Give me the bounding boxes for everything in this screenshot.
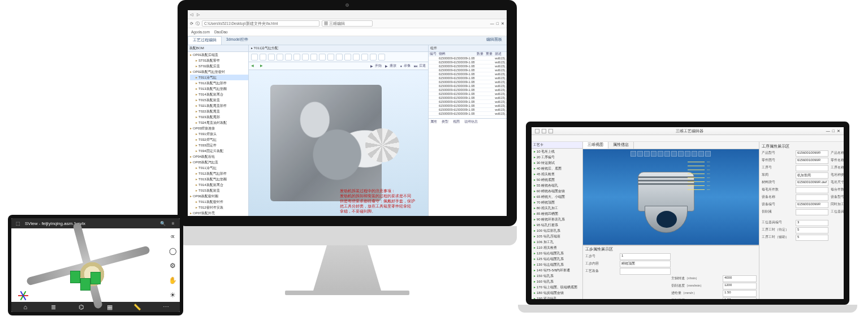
- tool-icon[interactable]: [361, 54, 368, 60]
- tree-item[interactable]: OP01装配后端盖: [190, 52, 248, 58]
- bom-col[interactable]: 物料: [438, 52, 476, 57]
- 3d-viewport[interactable]: ————————: [583, 149, 759, 245]
- forward-icon[interactable]: ▷: [197, 12, 201, 17]
- menu-icon[interactable]: ≡: [170, 220, 176, 227]
- back-icon[interactable]: ◁: [190, 12, 195, 17]
- tree-item[interactable]: T032焊气缸: [190, 137, 248, 142]
- prev-icon[interactable]: ◀: [251, 63, 257, 69]
- table-row[interactable]: 61500009-61500009-1.08wd615(…: [429, 104, 507, 108]
- param-value[interactable]: 1200: [723, 283, 757, 289]
- record-icon[interactable]: ●: [400, 64, 402, 68]
- param-value[interactable]: 1.50: [723, 290, 757, 297]
- table-row[interactable]: 61500009-61500009-1.08wd615(…: [429, 100, 507, 104]
- tree-item[interactable]: OP05装配汽缸盖: [190, 159, 248, 165]
- table-row[interactable]: 61500009-61500009-1.08wd615(…: [429, 92, 507, 96]
- search-icon[interactable]: 🔍: [159, 220, 166, 227]
- tree-item[interactable]: 120 钻右端面孔系: [534, 250, 582, 256]
- field-value[interactable]: 1: [620, 253, 671, 260]
- tree-item[interactable]: 80 相关孔加工: [534, 205, 582, 211]
- tree-item[interactable]: 95 钻孔打磨系: [534, 222, 582, 228]
- table-row[interactable]: 61500009-61500009-1.08wd615(…: [429, 80, 507, 84]
- tree-item[interactable]: 40 粗铣后、底面: [534, 166, 582, 171]
- tree-item[interactable]: 45 相关检查: [534, 171, 582, 177]
- tool-icon[interactable]: [370, 54, 377, 60]
- tree-item[interactable]: OP04装配齿轮: [190, 154, 248, 159]
- tree-item[interactable]: T033固定件: [190, 142, 248, 148]
- view-tool-icon[interactable]: [678, 151, 684, 157]
- field-value[interactable]: 61560010099R: [796, 202, 828, 208]
- tree-item[interactable]: 130 钻左端面孔系: [534, 262, 582, 267]
- tree-item[interactable]: T011涂气缸: [190, 165, 248, 171]
- bookmark-link[interactable]: Agoda.com: [191, 30, 210, 34]
- ribbon-tab-edit[interactable]: 编辑面板: [482, 36, 507, 45]
- win-icon[interactable]: [535, 129, 539, 133]
- window-min-icon[interactable]: —: [490, 21, 494, 25]
- tree-item[interactable]: 100 钻后部孔系: [534, 228, 582, 233]
- bom-col[interactable]: 重量: [485, 52, 494, 57]
- table-row[interactable]: 61500009-61500009-1.08wd615(…: [429, 68, 507, 72]
- more-icon[interactable]: ⋯: [162, 303, 170, 311]
- tree-item[interactable]: 125 钻右端面孔系: [534, 256, 582, 262]
- next-icon[interactable]: ▶: [260, 63, 266, 69]
- rewind-icon[interactable]: ⏮: [414, 64, 417, 68]
- tab-3dview[interactable]: 三维视图: [583, 142, 608, 149]
- layers-icon[interactable]: ≣: [49, 303, 57, 311]
- win-icon[interactable]: [549, 129, 553, 133]
- tool-icon[interactable]: [277, 54, 283, 60]
- param-value[interactable]: 1.50: [723, 297, 757, 299]
- tool-icon[interactable]: [260, 54, 266, 60]
- table-row[interactable]: 61500009-61500009-1.08wd615(…: [429, 84, 507, 88]
- field-value[interactable]: 61560010099R: [796, 150, 828, 157]
- tree-item[interactable]: T014装配前离合: [190, 182, 248, 188]
- field-value[interactable]: [620, 268, 671, 275]
- tree-item[interactable]: 160 钻孔系: [534, 279, 582, 284]
- tool-icon[interactable]: [302, 54, 309, 60]
- param-value[interactable]: 4000: [723, 275, 757, 282]
- table-row[interactable]: 61500009-61500009-1.08wd615(…: [429, 76, 507, 80]
- tree-item[interactable]: 60 精铣各端面金镶: [534, 188, 582, 194]
- tool-icon[interactable]: [336, 54, 343, 60]
- tree-icon[interactable]: ⌬: [77, 303, 85, 311]
- tree-item[interactable]: T013装配气缸垫圈: [190, 86, 248, 92]
- tool-icon[interactable]: [558, 135, 564, 141]
- ribbon-tab-3dmodel[interactable]: 3dmodel控件: [222, 36, 253, 45]
- field-value[interactable]: 5: [796, 235, 828, 241]
- window-max-icon[interactable]: □: [832, 129, 835, 133]
- hand-icon[interactable]: ✋: [168, 276, 177, 285]
- tree-item[interactable]: T011装配密封件: [190, 199, 248, 205]
- tool-icon[interactable]: [378, 54, 385, 60]
- tool-icon[interactable]: [542, 135, 549, 141]
- field-value[interactable]: 61560010099R.dwf: [796, 180, 828, 186]
- play-icon[interactable]: ▶: [370, 64, 373, 68]
- tool-icon[interactable]: [310, 54, 317, 60]
- tool-icon[interactable]: [534, 135, 541, 141]
- tool-icon[interactable]: [319, 54, 326, 60]
- field-value[interactable]: 精铣顶面: [620, 261, 671, 267]
- field-value[interactable]: [796, 194, 828, 201]
- reload-icon[interactable]: ⟳: [190, 21, 193, 26]
- sun-icon[interactable]: ☀: [168, 291, 177, 300]
- win-icon[interactable]: [542, 129, 546, 133]
- tree-item[interactable]: OP03焊接连接: [190, 125, 248, 131]
- tree-item[interactable]: OP02装配气缸垫密封: [190, 69, 248, 75]
- field-value[interactable]: 机加车间: [796, 172, 828, 179]
- view-tool-icon[interactable]: [671, 151, 677, 157]
- tree-item[interactable]: T013装配气缸垫圈: [190, 176, 248, 182]
- tree-item[interactable]: T012装配气缸部件: [190, 80, 248, 86]
- tool-icon[interactable]: [268, 54, 275, 60]
- orbit-icon[interactable]: ◯: [168, 246, 177, 256]
- tree-item[interactable]: 140 钻T5-5/8内环形通: [534, 267, 582, 273]
- window-close-icon[interactable]: ✕: [837, 129, 840, 133]
- tool-icon[interactable]: [285, 54, 292, 60]
- tree-item[interactable]: 55 粗铣各端孔: [534, 183, 582, 188]
- tree-item[interactable]: 110 相关检查: [534, 245, 582, 250]
- tree-item[interactable]: 70 精铣顶面: [534, 200, 582, 205]
- view-tool-icon[interactable]: [685, 151, 690, 157]
- tree-item[interactable]: T015装配前盖: [190, 97, 248, 103]
- tree-item[interactable]: 150 钻孔系: [534, 273, 582, 279]
- tree-item[interactable]: 90 粗铣环形表孔系: [534, 217, 582, 222]
- share-icon[interactable]: ∝: [168, 232, 177, 241]
- field-value[interactable]: [796, 187, 828, 193]
- window-close-icon[interactable]: ✕: [501, 21, 504, 26]
- table-row[interactable]: 61500009-61500009-1.08wd615(…: [429, 60, 507, 64]
